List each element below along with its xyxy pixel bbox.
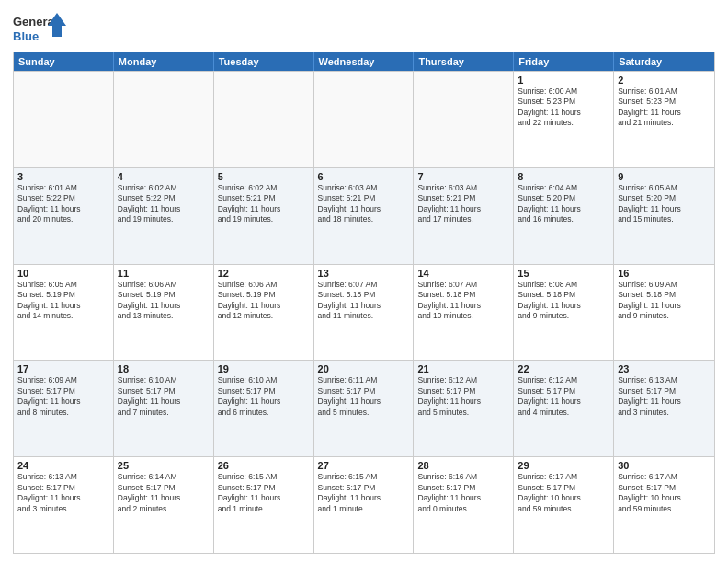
day-info: Sunrise: 6:03 AM Sunset: 5:21 PM Dayligh…	[318, 183, 410, 225]
day-number: 20	[318, 363, 410, 374]
page-header: General Blue	[13, 9, 715, 46]
day-info: Sunrise: 6:05 AM Sunset: 5:20 PM Dayligh…	[618, 183, 711, 225]
day-number: 27	[318, 460, 410, 471]
day-info: Sunrise: 6:02 AM Sunset: 5:21 PM Dayligh…	[218, 183, 310, 225]
day-info: Sunrise: 6:11 AM Sunset: 5:17 PM Dayligh…	[318, 375, 410, 418]
calendar-cell-4-6: 30Sunrise: 6:17 AM Sunset: 5:17 PM Dayli…	[614, 457, 714, 553]
day-info: Sunrise: 6:07 AM Sunset: 5:18 PM Dayligh…	[318, 280, 410, 322]
calendar-row-4: 24Sunrise: 6:13 AM Sunset: 5:17 PM Dayli…	[14, 456, 714, 553]
day-info: Sunrise: 6:06 AM Sunset: 5:19 PM Dayligh…	[218, 280, 310, 322]
day-number: 11	[118, 268, 210, 279]
day-info: Sunrise: 6:09 AM Sunset: 5:18 PM Dayligh…	[618, 280, 711, 322]
header-day-monday: Monday	[114, 52, 214, 71]
calendar-cell-1-0: 3Sunrise: 6:01 AM Sunset: 5:22 PM Daylig…	[14, 168, 114, 264]
calendar-cell-2-6: 16Sunrise: 6:09 AM Sunset: 5:18 PM Dayli…	[614, 265, 714, 361]
calendar-cell-4-2: 26Sunrise: 6:15 AM Sunset: 5:17 PM Dayli…	[214, 457, 314, 553]
calendar-cell-1-3: 6Sunrise: 6:03 AM Sunset: 5:21 PM Daylig…	[314, 168, 415, 264]
calendar-cell-3-3: 20Sunrise: 6:11 AM Sunset: 5:17 PM Dayli…	[314, 361, 415, 456]
day-number: 4	[118, 171, 210, 182]
day-number: 6	[318, 171, 410, 182]
day-number: 2	[618, 75, 711, 86]
day-number: 24	[17, 460, 109, 471]
calendar-cell-0-3	[314, 72, 415, 167]
day-number: 25	[118, 460, 210, 471]
calendar-cell-3-4: 21Sunrise: 6:12 AM Sunset: 5:17 PM Dayli…	[414, 361, 514, 456]
calendar-cell-0-1	[114, 72, 214, 167]
day-number: 28	[417, 460, 509, 471]
day-number: 7	[417, 171, 509, 182]
day-number: 18	[118, 363, 210, 374]
calendar-cell-1-4: 7Sunrise: 6:03 AM Sunset: 5:21 PM Daylig…	[414, 168, 514, 264]
day-info: Sunrise: 6:06 AM Sunset: 5:19 PM Dayligh…	[118, 280, 210, 322]
calendar-cell-1-5: 8Sunrise: 6:04 AM Sunset: 5:20 PM Daylig…	[514, 168, 614, 264]
day-number: 15	[518, 268, 609, 279]
day-number: 14	[417, 268, 509, 279]
day-number: 1	[518, 75, 609, 86]
calendar-cell-0-4	[414, 72, 514, 167]
day-info: Sunrise: 6:02 AM Sunset: 5:22 PM Dayligh…	[118, 183, 210, 225]
calendar-cell-3-2: 19Sunrise: 6:10 AM Sunset: 5:17 PM Dayli…	[214, 361, 314, 456]
calendar-row-0: 1Sunrise: 6:00 AM Sunset: 5:23 PM Daylig…	[14, 71, 714, 167]
day-number: 5	[218, 171, 310, 182]
logo: General Blue	[13, 9, 68, 46]
svg-text:General: General	[13, 15, 57, 29]
calendar-cell-3-0: 17Sunrise: 6:09 AM Sunset: 5:17 PM Dayli…	[14, 361, 114, 456]
day-number: 29	[518, 460, 609, 471]
calendar-cell-4-5: 29Sunrise: 6:17 AM Sunset: 5:17 PM Dayli…	[514, 457, 614, 553]
calendar-cell-1-6: 9Sunrise: 6:05 AM Sunset: 5:20 PM Daylig…	[614, 168, 714, 264]
day-info: Sunrise: 6:16 AM Sunset: 5:17 PM Dayligh…	[417, 472, 509, 514]
header-day-thursday: Thursday	[414, 52, 514, 71]
calendar-row-3: 17Sunrise: 6:09 AM Sunset: 5:17 PM Dayli…	[14, 360, 714, 456]
calendar-row-2: 10Sunrise: 6:05 AM Sunset: 5:19 PM Dayli…	[14, 264, 714, 361]
day-info: Sunrise: 6:08 AM Sunset: 5:18 PM Dayligh…	[518, 280, 609, 322]
day-number: 30	[618, 460, 711, 471]
header-day-wednesday: Wednesday	[314, 52, 415, 71]
day-info: Sunrise: 6:10 AM Sunset: 5:17 PM Dayligh…	[218, 375, 310, 418]
day-info: Sunrise: 6:13 AM Sunset: 5:17 PM Dayligh…	[17, 472, 109, 514]
day-info: Sunrise: 6:15 AM Sunset: 5:17 PM Dayligh…	[218, 472, 310, 514]
day-number: 12	[218, 268, 310, 279]
calendar-cell-3-5: 22Sunrise: 6:12 AM Sunset: 5:17 PM Dayli…	[514, 361, 614, 456]
svg-text:Blue: Blue	[13, 29, 39, 43]
calendar-cell-0-6: 2Sunrise: 6:01 AM Sunset: 5:23 PM Daylig…	[614, 72, 714, 167]
day-number: 23	[618, 363, 711, 374]
calendar: SundayMondayTuesdayWednesdayThursdayFrid…	[13, 52, 715, 554]
calendar-cell-3-1: 18Sunrise: 6:10 AM Sunset: 5:17 PM Dayli…	[114, 361, 214, 456]
day-number: 22	[518, 363, 609, 374]
calendar-cell-1-1: 4Sunrise: 6:02 AM Sunset: 5:22 PM Daylig…	[114, 168, 214, 264]
calendar-cell-4-3: 27Sunrise: 6:15 AM Sunset: 5:17 PM Dayli…	[314, 457, 415, 553]
day-number: 17	[17, 363, 109, 374]
day-info: Sunrise: 6:12 AM Sunset: 5:17 PM Dayligh…	[417, 375, 509, 418]
day-info: Sunrise: 6:05 AM Sunset: 5:19 PM Dayligh…	[17, 280, 109, 322]
calendar-header: SundayMondayTuesdayWednesdayThursdayFrid…	[14, 52, 714, 71]
day-info: Sunrise: 6:15 AM Sunset: 5:17 PM Dayligh…	[318, 472, 410, 514]
day-number: 16	[618, 268, 711, 279]
day-number: 3	[17, 171, 109, 182]
day-info: Sunrise: 6:04 AM Sunset: 5:20 PM Dayligh…	[518, 183, 609, 225]
calendar-cell-2-1: 11Sunrise: 6:06 AM Sunset: 5:19 PM Dayli…	[114, 265, 214, 361]
day-number: 13	[318, 268, 410, 279]
day-number: 19	[218, 363, 310, 374]
calendar-cell-0-5: 1Sunrise: 6:00 AM Sunset: 5:23 PM Daylig…	[514, 72, 614, 167]
header-day-sunday: Sunday	[14, 52, 114, 71]
day-info: Sunrise: 6:17 AM Sunset: 5:17 PM Dayligh…	[518, 472, 609, 514]
day-number: 10	[17, 268, 109, 279]
calendar-cell-2-3: 13Sunrise: 6:07 AM Sunset: 5:18 PM Dayli…	[314, 265, 415, 361]
day-info: Sunrise: 6:13 AM Sunset: 5:17 PM Dayligh…	[618, 375, 711, 418]
header-day-friday: Friday	[514, 52, 614, 71]
day-info: Sunrise: 6:14 AM Sunset: 5:17 PM Dayligh…	[118, 472, 210, 514]
day-info: Sunrise: 6:01 AM Sunset: 5:23 PM Dayligh…	[618, 86, 711, 129]
day-info: Sunrise: 6:07 AM Sunset: 5:18 PM Dayligh…	[417, 280, 509, 322]
day-info: Sunrise: 6:09 AM Sunset: 5:17 PM Dayligh…	[17, 375, 109, 418]
header-day-saturday: Saturday	[614, 52, 714, 71]
logo-svg: General Blue	[13, 9, 68, 46]
calendar-cell-2-2: 12Sunrise: 6:06 AM Sunset: 5:19 PM Dayli…	[214, 265, 314, 361]
day-info: Sunrise: 6:03 AM Sunset: 5:21 PM Dayligh…	[417, 183, 509, 225]
calendar-cell-0-0	[14, 72, 114, 167]
calendar-cell-2-4: 14Sunrise: 6:07 AM Sunset: 5:18 PM Dayli…	[414, 265, 514, 361]
calendar-cell-4-1: 25Sunrise: 6:14 AM Sunset: 5:17 PM Dayli…	[114, 457, 214, 553]
calendar-cell-1-2: 5Sunrise: 6:02 AM Sunset: 5:21 PM Daylig…	[214, 168, 314, 264]
day-number: 21	[417, 363, 509, 374]
day-info: Sunrise: 6:10 AM Sunset: 5:17 PM Dayligh…	[118, 375, 210, 418]
calendar-cell-4-4: 28Sunrise: 6:16 AM Sunset: 5:17 PM Dayli…	[414, 457, 514, 553]
